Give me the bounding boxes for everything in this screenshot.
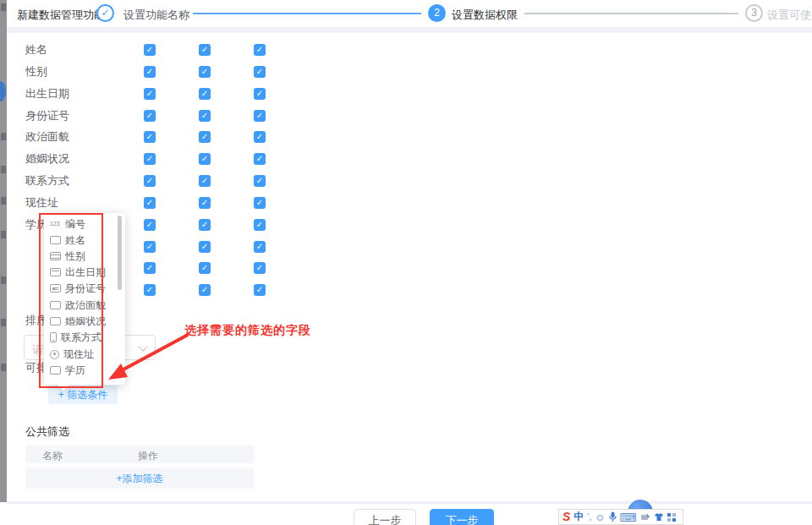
checkbox[interactable] (254, 66, 266, 78)
checkbox[interactable] (144, 219, 156, 231)
checkbox[interactable] (144, 284, 156, 296)
checkbox[interactable] (199, 241, 211, 253)
permission-row: 现住址 (0, 197, 812, 209)
previous-step-button[interactable]: 上一步 (354, 509, 416, 525)
checkbox[interactable] (254, 262, 266, 274)
public-filter-add-row: +添加筛选 (25, 468, 254, 489)
step1-label: 设置功能名称 (123, 8, 189, 23)
checkbox[interactable] (199, 66, 211, 78)
step2-marker: 2 (434, 7, 440, 19)
field-label: 现住址 (25, 197, 58, 209)
step1-check-icon: ✓ (96, 4, 114, 22)
step3-marker: 3 (751, 7, 757, 19)
add-filter-condition-button[interactable]: + 筛选条件 (48, 386, 118, 404)
permission-row: 身份证号 (0, 110, 812, 122)
step3-label: 设置可使用 (767, 8, 812, 23)
step-connector-done (193, 13, 421, 14)
step1-marker: ✓ (101, 7, 109, 19)
checkbox[interactable] (144, 131, 156, 143)
checkbox[interactable] (199, 131, 211, 143)
column-operation: 操作 (138, 449, 158, 463)
checkbox[interactable] (254, 197, 266, 209)
checkbox[interactable] (254, 153, 266, 165)
checkbox[interactable] (254, 131, 266, 143)
annotation-rectangle (39, 213, 103, 388)
checkbox[interactable] (199, 262, 211, 274)
emoji-icon[interactable]: ☺ (595, 511, 605, 523)
strip-fragment (1, 364, 6, 371)
field-label: 联系方式 (25, 175, 69, 187)
public-filter-title: 公共筛选 (25, 424, 69, 440)
checkbox[interactable] (199, 197, 211, 209)
checkbox[interactable] (199, 153, 211, 165)
checkbox[interactable] (254, 284, 266, 296)
checkbox[interactable] (144, 44, 156, 56)
permission-row: 政治面貌 (0, 131, 812, 143)
checkbox[interactable] (254, 175, 266, 187)
checkbox[interactable] (199, 219, 211, 231)
handwriting-icon[interactable] (640, 512, 650, 522)
checkbox[interactable] (144, 241, 156, 253)
step2-badge: 2 (428, 4, 446, 22)
scrollbar-thumb[interactable] (118, 216, 122, 290)
field-label: 出生日期 (25, 88, 69, 100)
permission-row: 性别 (0, 66, 812, 78)
checkbox[interactable] (199, 44, 211, 56)
checkbox[interactable] (199, 110, 211, 122)
microphone-icon[interactable] (609, 511, 617, 522)
strip-fragment (1, 3, 6, 11)
field-label: 政治面貌 (25, 131, 69, 143)
checkbox[interactable] (144, 175, 156, 187)
step2-label: 设置数据权限 (452, 8, 518, 23)
keyboard-icon[interactable]: ⌨ (620, 511, 637, 524)
permission-row: 婚姻状况 (0, 153, 812, 165)
step-connector-pending (524, 13, 738, 14)
checkbox[interactable] (144, 88, 156, 100)
public-filter-header-row: 名称 操作 (25, 446, 254, 463)
sogou-logo-icon[interactable]: S (562, 510, 570, 524)
strip-fragment (1, 166, 6, 173)
checkbox[interactable] (144, 66, 156, 78)
toolbox-grid-icon[interactable] (667, 513, 676, 522)
permission-row: 姓名 (0, 44, 812, 56)
permission-row: 联系方式 (0, 175, 812, 187)
skin-shirt-icon[interactable] (654, 512, 664, 522)
checkbox[interactable] (254, 110, 266, 122)
punctuation-icon[interactable]: ’, (587, 512, 591, 522)
checkbox[interactable] (254, 44, 266, 56)
next-step-button[interactable]: 下一步 (430, 509, 494, 525)
column-name: 名称 (42, 449, 63, 463)
checkbox[interactable] (199, 88, 211, 100)
field-label: 姓名 (25, 44, 47, 56)
checkbox[interactable] (144, 153, 156, 165)
checkbox[interactable] (199, 175, 211, 187)
permission-row: 出生日期 (0, 88, 812, 100)
strip-fragment (1, 276, 6, 284)
checkbox[interactable] (199, 284, 211, 296)
checkbox[interactable] (144, 110, 156, 122)
field-label: 性别 (25, 66, 47, 78)
field-label: 婚姻状况 (25, 153, 69, 165)
checkbox[interactable] (254, 219, 266, 231)
header-divider (7, 27, 812, 33)
checkbox[interactable] (144, 197, 156, 209)
annotation-text: 选择需要的筛选的字段 (184, 323, 311, 338)
strip-fragment (1, 231, 6, 238)
strip-fragment (1, 319, 6, 326)
page: 新建数据管理功能： ✓ 设置功能名称 2 设置数据权限 3 设置可使用 姓名 性… (0, 0, 812, 525)
add-public-filter-button[interactable]: +添加筛选 (116, 472, 162, 486)
ime-toolbar[interactable]: S 中 ’, ☺ ⌨ (558, 509, 683, 525)
chevron-down-icon (138, 342, 147, 351)
field-label: 身份证号 (25, 110, 69, 122)
checkbox[interactable] (144, 262, 156, 274)
checkbox[interactable] (254, 241, 266, 253)
step3-badge: 3 (745, 4, 763, 22)
chinese-mode-icon[interactable]: 中 (573, 510, 584, 524)
checkbox[interactable] (254, 88, 266, 100)
footer-divider (7, 501, 812, 504)
